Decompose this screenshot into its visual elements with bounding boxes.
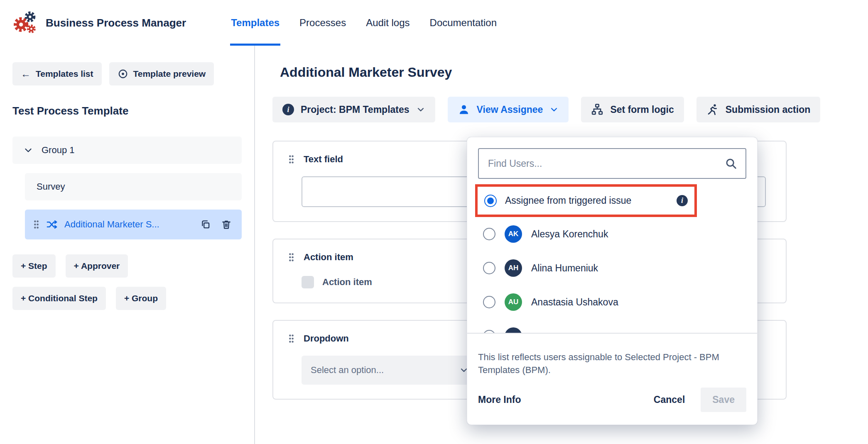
template-title: Test Process Template (12, 105, 242, 117)
action-item-checkbox-label: Action item (322, 277, 372, 288)
radio-unselected[interactable] (483, 228, 495, 240)
dropdown-select[interactable]: Select an option... (302, 356, 478, 385)
add-conditional-step-button[interactable]: + Conditional Step (12, 287, 106, 310)
submission-action-label: Submission action (726, 104, 810, 115)
radio-unselected[interactable] (483, 330, 495, 333)
sitemap-icon (591, 103, 603, 116)
runner-icon (706, 103, 719, 116)
back-to-templates-label: Templates list (36, 69, 93, 79)
field-label: Action item (304, 252, 353, 263)
user-list: AK Alesya Korenchuk AH Alina Humeniuk AU… (478, 217, 746, 333)
shuffle-icon (46, 219, 58, 230)
avatar: AK (505, 225, 522, 243)
sidebar-item-additional-marketer-survey[interactable]: Additional Marketer S... (25, 210, 242, 239)
copy-icon (200, 219, 211, 230)
toolbar: i Project: BPM Templates View Assignee S… (272, 97, 868, 122)
user-row[interactable]: AK Alesya Korenchuk (478, 217, 746, 251)
more-info-link[interactable]: More Info (478, 394, 521, 405)
main-nav: Templates Processes Audit logs Documenta… (231, 0, 497, 46)
tab-audit-logs[interactable]: Audit logs (366, 0, 409, 46)
template-preview-button[interactable]: Template preview (109, 62, 214, 85)
user-row[interactable]: AH Alina Humeniuk (478, 251, 746, 285)
person-icon (458, 103, 470, 116)
avatar: AH (505, 259, 522, 277)
sidebar: ← Templates list Template preview Test P… (0, 46, 255, 444)
app-title: Business Process Manager (46, 17, 186, 29)
radio-selected[interactable] (484, 195, 497, 207)
app-logo-gears-icon (12, 10, 38, 36)
tab-templates[interactable]: Templates (231, 0, 280, 46)
info-icon[interactable]: i (677, 195, 688, 206)
user-name: Alesya Korenchuk (531, 229, 608, 240)
project-selector-button[interactable]: i Project: BPM Templates (272, 97, 435, 122)
app-header: Business Process Manager Templates Proce… (0, 0, 868, 46)
field-label: Text field (304, 154, 343, 165)
drag-handle-icon[interactable] (288, 154, 294, 164)
action-item-checkbox[interactable] (302, 276, 314, 288)
tab-processes[interactable]: Processes (299, 0, 346, 46)
view-assignee-button[interactable]: View Assignee (448, 97, 569, 122)
trash-icon (221, 219, 232, 230)
selected-item-label: Additional Marketer S... (64, 219, 192, 230)
assignable-users-note: This list reflects users assignable to S… (478, 343, 740, 377)
popup-divider (467, 333, 757, 334)
drag-handle-icon[interactable] (288, 334, 294, 344)
preview-eye-icon (118, 68, 128, 79)
add-group-button[interactable]: + Group (116, 287, 166, 310)
back-to-templates-button[interactable]: ← Templates list (12, 62, 102, 85)
user-row-partial[interactable] (478, 319, 746, 333)
radio-unselected[interactable] (483, 296, 495, 308)
template-preview-label: Template preview (133, 69, 206, 79)
user-search-box (478, 148, 746, 179)
user-row[interactable]: AU Anastasia Ushakova (478, 285, 746, 319)
cancel-button[interactable]: Cancel (654, 394, 685, 405)
assignee-from-triggered-issue-option[interactable]: Assignee from triggered issue (505, 195, 668, 206)
chevron-down-icon (549, 105, 559, 114)
avatar: AU (505, 293, 522, 311)
annotation-highlight-box: Assignee from triggered issue i (475, 184, 697, 217)
search-icon (725, 157, 737, 170)
chevron-down-icon (416, 105, 425, 114)
radio-unselected[interactable] (483, 262, 495, 274)
field-label: Dropdown (304, 333, 349, 344)
group-label: Group 1 (42, 145, 75, 156)
drag-handle-icon[interactable] (33, 220, 39, 229)
survey-label: Survey (37, 181, 65, 192)
info-icon: i (282, 104, 294, 115)
set-form-logic-button[interactable]: Set form logic (581, 97, 684, 122)
drag-handle-icon[interactable] (288, 252, 294, 262)
project-selector-label: Project: BPM Templates (301, 104, 409, 115)
delete-button[interactable] (219, 217, 233, 232)
page-title: Additional Marketer Survey (280, 65, 868, 80)
group-row[interactable]: Group 1 (12, 137, 242, 164)
view-assignee-label: View Assignee (477, 104, 543, 115)
add-approver-button[interactable]: + Approver (66, 254, 128, 278)
set-form-logic-label: Set form logic (610, 104, 674, 115)
sidebar-item-survey[interactable]: Survey (25, 173, 242, 200)
tab-documentation[interactable]: Documentation (430, 0, 497, 46)
back-arrow-icon: ← (21, 68, 31, 80)
user-name: Anastasia Ushakova (531, 297, 618, 308)
submission-action-button[interactable]: Submission action (696, 97, 820, 122)
dropdown-placeholder: Select an option... (311, 365, 384, 376)
chevron-down-icon (23, 145, 33, 155)
popup-footer: More Info Cancel Save (478, 388, 746, 412)
copy-button[interactable] (199, 217, 213, 232)
user-name: Alina Humeniuk (531, 263, 598, 274)
user-search-input[interactable] (487, 158, 725, 170)
avatar (505, 327, 522, 333)
add-step-button[interactable]: + Step (12, 254, 56, 278)
assignee-popup: Assignee from triggered issue i AK Alesy… (467, 137, 758, 425)
save-button[interactable]: Save (701, 388, 746, 412)
